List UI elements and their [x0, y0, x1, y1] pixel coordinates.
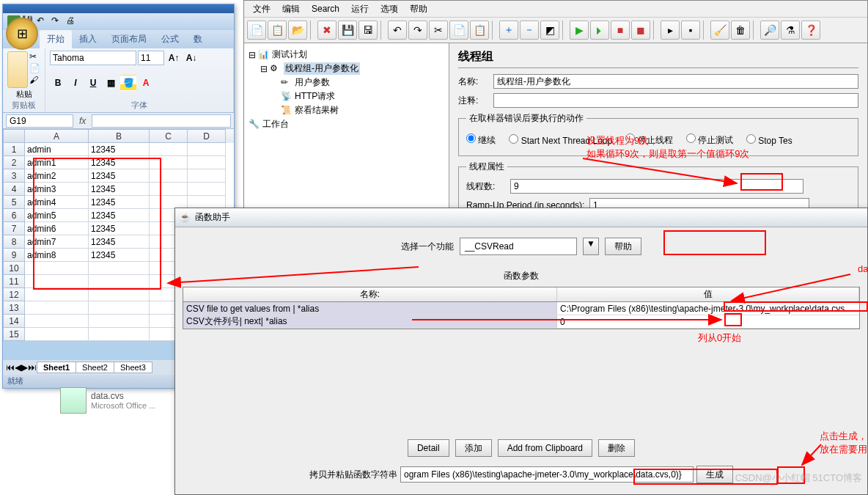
cell[interactable]: 12345	[89, 143, 150, 156]
clear-all-icon[interactable]: 🗑	[731, 21, 750, 40]
sheet-tab-1[interactable]: Sheet1	[37, 362, 76, 373]
tree-http[interactable]: HTTP请求	[295, 90, 335, 103]
clear-icon[interactable]: 🧹	[710, 21, 729, 40]
fh-param-row[interactable]: CSV file to get values from | *alias C:\…	[183, 302, 859, 315]
fh-val-1[interactable]: 0	[557, 315, 859, 328]
paste-button[interactable]	[7, 51, 28, 88]
italic-button[interactable]: I	[67, 75, 84, 91]
tab-layout[interactable]: 页面布局	[104, 30, 154, 48]
sheet-nav-prev-icon[interactable]: ◀	[15, 362, 21, 373]
cell[interactable]: admin7	[25, 235, 89, 249]
row-header[interactable]: 4	[3, 183, 25, 196]
cell[interactable]: admin5	[25, 209, 89, 222]
row-header[interactable]: 3	[3, 169, 25, 183]
row-header[interactable]: 8	[3, 235, 25, 249]
fh-val-0[interactable]: C:\Program Files (x86)\testing\apache-jm…	[557, 302, 859, 315]
grid-row[interactable]: 4admin312345	[3, 183, 234, 196]
sheet-nav-first-icon[interactable]: ⏮	[6, 362, 15, 373]
copy-icon[interactable]: 📄	[29, 63, 40, 73]
tab-formula[interactable]: 公式	[154, 30, 186, 48]
cell[interactable]	[89, 288, 150, 301]
minus-icon[interactable]: ⊟	[249, 50, 256, 60]
cell[interactable]	[25, 275, 89, 288]
row-header[interactable]: 12	[3, 288, 25, 301]
office-button[interactable]: ⊞	[6, 18, 38, 50]
jmeter-tree[interactable]: ⊟📊测试计划 ⊟⚙线程组-用户参数化 ✏用户参数 📡HTTP请求 📜察看结果树 …	[244, 43, 449, 208]
sheet-tab-3[interactable]: Sheet3	[114, 362, 152, 373]
templates-icon[interactable]: 📋	[268, 21, 287, 40]
collapse-icon[interactable]: －	[520, 21, 539, 40]
file-shortcut[interactable]: data.cvs Microsoft Office ...	[60, 387, 170, 414]
row-header[interactable]: 13	[3, 301, 25, 315]
col-header-d[interactable]: D	[188, 129, 226, 143]
cell[interactable]	[25, 315, 89, 328]
run-no-icon[interactable]: ⏵	[590, 21, 609, 40]
menu-file[interactable]: 文件	[249, 3, 275, 15]
fmt-paint-icon[interactable]: 🖌	[29, 75, 40, 85]
row-header[interactable]: 6	[3, 209, 25, 222]
fh-function-select[interactable]: __CSVRead	[460, 238, 577, 255]
minus-icon[interactable]: ⊟	[260, 64, 268, 74]
row-header[interactable]: 2	[3, 156, 25, 169]
tab-data[interactable]: 数	[186, 30, 210, 48]
saveas-icon[interactable]: 🖫	[358, 21, 378, 40]
cell[interactable]	[89, 328, 150, 341]
col-header-b[interactable]: B	[89, 129, 150, 143]
cell[interactable]	[150, 143, 188, 156]
grow-font-icon[interactable]: A↑	[166, 50, 182, 66]
help-icon[interactable]: ❓	[801, 21, 820, 40]
paste-icon[interactable]: 📋	[470, 21, 489, 40]
fx-icon[interactable]: fx	[79, 116, 86, 126]
tg-name-input[interactable]	[493, 74, 858, 89]
tree-results[interactable]: 察看结果树	[295, 104, 339, 117]
fill-color-button[interactable]: 🪣	[120, 75, 136, 91]
cell[interactable]: admin	[25, 143, 89, 156]
cell[interactable]	[188, 156, 226, 169]
row-header[interactable]: 9	[3, 249, 25, 262]
radio-stoptestnow[interactable]: Stop Tes	[746, 134, 792, 146]
fh-param-row[interactable]: CSV文件列号| next| *alias 0	[183, 315, 859, 329]
row-header[interactable]: 7	[3, 222, 25, 235]
ramp-input[interactable]	[589, 198, 809, 208]
menu-help[interactable]: 帮助	[405, 3, 432, 15]
tree-threadgroup[interactable]: 线程组-用户参数化	[284, 62, 360, 75]
bold-button[interactable]: B	[50, 75, 66, 91]
cell[interactable]: 12345	[89, 209, 150, 222]
fh-titlebar[interactable]: ☕ 函数助手	[175, 208, 867, 227]
fh-delete-button[interactable]: 删除	[598, 439, 635, 457]
grid-row[interactable]: 1admin12345	[3, 143, 234, 156]
sheet-nav-last-icon[interactable]: ⏭	[28, 362, 37, 373]
fh-col-val[interactable]: 值	[557, 287, 859, 301]
cut-icon[interactable]: ✂	[429, 21, 448, 40]
cell[interactable]: admin6	[25, 222, 89, 235]
col-header-c[interactable]: C	[150, 129, 188, 143]
cell[interactable]	[188, 183, 226, 196]
row-header[interactable]: 5	[3, 196, 25, 209]
select-all-corner[interactable]	[3, 129, 25, 143]
formula-bar[interactable]	[92, 114, 231, 128]
toggle-icon[interactable]: ◩	[540, 21, 559, 40]
tree-plan[interactable]: 测试计划	[272, 48, 307, 61]
cell[interactable]	[150, 183, 188, 196]
cell[interactable]: 12345	[89, 249, 150, 262]
cell[interactable]	[150, 169, 188, 183]
row-header[interactable]: 15	[3, 328, 25, 341]
redo-icon[interactable]: ↷	[408, 21, 427, 40]
fh-generate-button[interactable]: 生成	[696, 466, 733, 483]
fh-add-button[interactable]: 添加	[455, 439, 492, 457]
close-icon[interactable]: ✖	[317, 21, 336, 40]
cell[interactable]: admin2	[25, 169, 89, 183]
tab-home[interactable]: 开始	[40, 30, 72, 48]
cell[interactable]: admin1	[25, 156, 89, 169]
menu-search[interactable]: Search	[307, 4, 344, 14]
cell[interactable]	[25, 301, 89, 315]
save-icon[interactable]: 💾	[338, 21, 357, 40]
cell[interactable]	[25, 288, 89, 301]
threads-input[interactable]	[510, 179, 803, 194]
menu-options[interactable]: 选项	[376, 3, 402, 15]
cell[interactable]: admin8	[25, 249, 89, 262]
row-header[interactable]: 10	[3, 262, 25, 275]
fh-clipboard-button[interactable]: Add from Clipboard	[498, 439, 592, 457]
expand-icon[interactable]: ＋	[499, 21, 518, 40]
cell[interactable]	[89, 262, 150, 275]
